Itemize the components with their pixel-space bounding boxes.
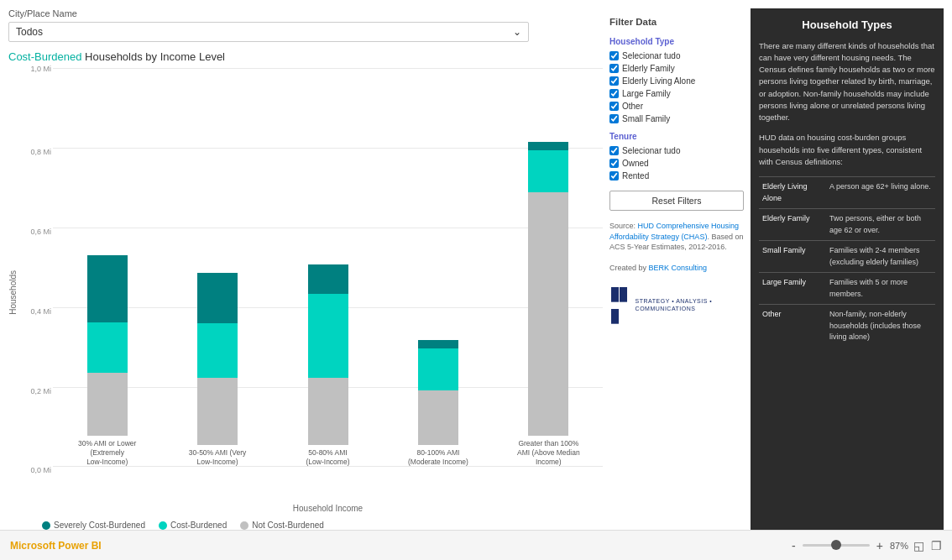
filter-elderly-family-label: Elderly Family <box>622 64 675 73</box>
zoom-plus-button[interactable]: + <box>875 539 885 552</box>
checkbox-rented[interactable] <box>609 171 619 181</box>
zoom-thumb <box>831 540 841 550</box>
bar-label-2: 30-50% AMI (VeryLow-Income) <box>189 448 247 467</box>
bar-group-1[interactable]: 30% AMI or Lower(ExtremelyLow-Income) <box>57 255 157 467</box>
legend-severely: Severely Cost-Burdened <box>42 521 145 530</box>
y-label-04: 0,4 Mi <box>30 307 51 316</box>
checkbox-small-family[interactable] <box>609 114 619 123</box>
y-label-06: 0,6 Mi <box>30 228 51 236</box>
type-desc-3: Families with 2-4 members (excluding eld… <box>826 241 935 273</box>
bar-group-3[interactable]: 50-80% AMI(Low-Income) <box>278 264 378 467</box>
status-bar: Microsoft Power BI - + 87% ◱ ❐ <box>0 530 952 560</box>
bar-severe-5 <box>528 142 568 150</box>
filter-owned-label: Owned <box>622 159 649 168</box>
source-text: Source: HUD Comprehensive Housing Afford… <box>609 221 744 253</box>
filter-elderly-family[interactable]: Elderly Family <box>609 64 744 73</box>
checkbox-household-all[interactable] <box>609 51 619 60</box>
filter-panel: Filter Data Household Type Selecionar tu… <box>609 8 744 530</box>
table-row: Large Family Families with 5 or more mem… <box>759 273 935 305</box>
table-row: Small Family Families with 2-4 members (… <box>759 241 935 273</box>
checkbox-elderly-living-alone[interactable] <box>609 76 619 86</box>
filter-elderly-living-alone[interactable]: Elderly Living Alone <box>609 76 744 86</box>
type-name-5: Other <box>759 305 826 348</box>
chart-title: Cost-Burdened Households by Income Level <box>8 50 603 63</box>
legend-not-cost: Not Cost-Burdened <box>240 521 324 530</box>
y-label-10: 1,0 Mi <box>30 65 51 73</box>
legend-dot-cost <box>159 521 167 530</box>
city-label: City/Place Name <box>8 8 603 18</box>
bar-label-5: Greater than 100%AMI (Above MedianIncome… <box>517 439 580 467</box>
info-panel: Household Types There are many different… <box>751 8 944 530</box>
filter-household-all[interactable]: Selecionar tudo <box>609 51 744 60</box>
bar-not-cost-5 <box>528 192 568 436</box>
legend-label-cost: Cost-Burdened <box>170 521 227 530</box>
filter-owned[interactable]: Owned <box>609 159 744 168</box>
zoom-controls: - + 87% ◱ ❐ <box>790 539 942 552</box>
checkbox-elderly-family[interactable] <box>609 64 619 73</box>
zoom-percent: 87% <box>890 541 908 551</box>
type-desc-1: A person age 62+ living alone. <box>826 177 935 209</box>
checkbox-other[interactable] <box>609 102 619 111</box>
fit-screen-icon[interactable]: ◱ <box>913 539 924 552</box>
bar-label-3: 50-80% AMI(Low-Income) <box>306 448 350 467</box>
x-axis-label: Household Income <box>53 504 603 513</box>
bar-cost-3 <box>308 294 348 378</box>
tenure-label: Tenure <box>609 132 744 141</box>
bar-cost-2 <box>197 323 238 378</box>
reset-filters-button[interactable]: Reset Filters <box>609 191 744 211</box>
filter-rented-label: Rented <box>622 171 649 181</box>
zoom-slider[interactable] <box>803 544 870 547</box>
berk-logo-icon: ▮▮ ▮ <box>609 283 632 327</box>
fullscreen-icon[interactable]: ❐ <box>931 539 942 552</box>
chevron-down-icon: ⌄ <box>513 26 521 38</box>
type-name-3: Small Family <box>759 241 826 273</box>
bar-cost-1 <box>87 322 128 373</box>
y-axis-label: Households <box>8 270 18 315</box>
bar-severe-1 <box>87 255 128 322</box>
checkbox-tenure-all[interactable] <box>609 146 619 155</box>
bar-group-4[interactable]: 80-100% AMI(Moderate Income) <box>388 340 488 467</box>
chart-title-highlight: Cost-Burdened <box>8 50 81 63</box>
city-dropdown[interactable]: Todos ⌄ <box>8 22 529 42</box>
checkbox-large-family[interactable] <box>609 89 619 98</box>
bar-cost-5 <box>528 150 568 192</box>
filter-other-label: Other <box>622 102 643 111</box>
dropdown-value: Todos <box>16 26 43 38</box>
filter-large-family-label: Large Family <box>622 89 671 98</box>
filter-panel-title: Filter Data <box>609 17 744 27</box>
bar-not-cost-1 <box>87 373 128 436</box>
filter-rented[interactable]: Rented <box>609 171 744 181</box>
bar-severe-2 <box>197 273 238 323</box>
filter-tenure-all-label: Selecionar tudo <box>622 146 681 155</box>
berk-logo-text: STRATEGY • ANALYSIS • COMMUNICATIONS <box>636 297 744 312</box>
bar-not-cost-4 <box>418 390 458 445</box>
filter-small-family[interactable]: Small Family <box>609 114 744 123</box>
legend-dot-severe <box>42 521 50 530</box>
table-row: Elderly Family Two persons, either or bo… <box>759 209 935 241</box>
legend-label-severe: Severely Cost-Burdened <box>54 521 145 530</box>
table-row: Elderly Living Alone A person age 62+ li… <box>759 177 935 209</box>
created-by: Created by BERK Consulting <box>609 263 744 274</box>
status-icons: ◱ ❐ <box>913 539 942 552</box>
bar-group-5[interactable]: Greater than 100%AMI (Above MedianIncome… <box>499 142 599 467</box>
chart-legend: Severely Cost-Burdened Cost-Burdened Not… <box>8 521 603 530</box>
household-types-table: Elderly Living Alone A person age 62+ li… <box>759 176 935 348</box>
filter-other[interactable]: Other <box>609 102 744 111</box>
bar-group-2[interactable]: 30-50% AMI (VeryLow-Income) <box>167 273 267 467</box>
zoom-minus-button[interactable]: - <box>790 539 798 552</box>
filter-household-all-label: Selecionar tudo <box>622 51 681 60</box>
berk-link[interactable]: BERK Consulting <box>649 264 708 272</box>
bar-severe-4 <box>418 340 458 348</box>
hud-link[interactable]: HUD Comprehensive Housing Affordability … <box>609 222 739 241</box>
checkbox-owned[interactable] <box>609 159 619 168</box>
powerbi-link[interactable]: Microsoft Power BI <box>10 540 102 552</box>
table-row: Other Non-family, non-elderly households… <box>759 305 935 348</box>
type-desc-5: Non-family, non-elderly households (incl… <box>826 305 935 348</box>
bar-label-1: 30% AMI or Lower(ExtremelyLow-Income) <box>78 439 136 467</box>
filter-tenure-all[interactable]: Selecionar tudo <box>609 146 744 155</box>
bar-severe-3 <box>308 264 348 294</box>
filter-small-family-label: Small Family <box>622 114 670 123</box>
bar-not-cost-2 <box>197 378 238 445</box>
filter-large-family[interactable]: Large Family <box>609 89 744 98</box>
legend-label-not-cost: Not Cost-Burdened <box>252 521 324 530</box>
